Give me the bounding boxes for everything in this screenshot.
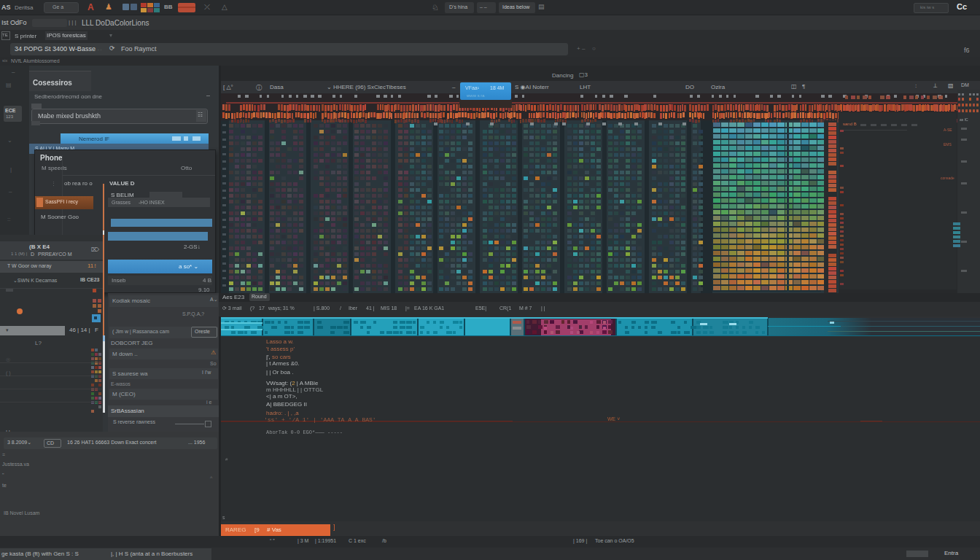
svg-text:A-SE: A-SE bbox=[944, 128, 952, 132]
svg-text:EMS: EMS bbox=[944, 142, 952, 147]
svg-text:consade: consade bbox=[941, 176, 954, 180]
svg-text:as IC: as IC bbox=[960, 117, 968, 122]
svg-text:sand B: sand B bbox=[843, 122, 857, 126]
